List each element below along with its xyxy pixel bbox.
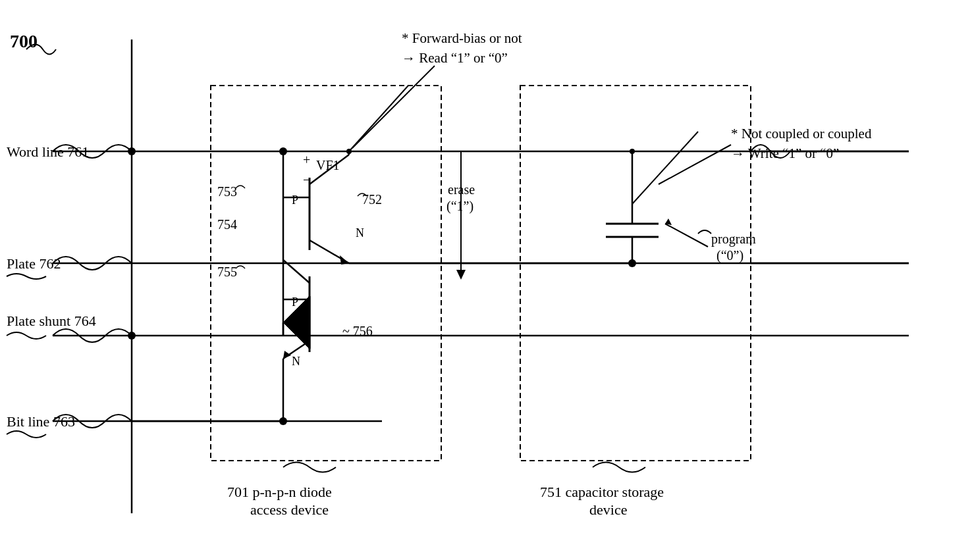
svg-text:program: program — [711, 232, 756, 247]
svg-text:N: N — [356, 226, 364, 240]
svg-text:P: P — [292, 193, 298, 207]
svg-text:* Not coupled or coupled: * Not coupled or coupled — [731, 126, 872, 141]
svg-text:700: 700 — [10, 31, 38, 51]
svg-text:(“1”): (“1”) — [446, 199, 473, 214]
svg-point-9 — [279, 147, 287, 155]
svg-text:(“0”): (“0”) — [716, 248, 743, 263]
svg-text:* Forward-bias or not: * Forward-bias or not — [402, 30, 522, 46]
svg-text:751  capacitor storage: 751 capacitor storage — [540, 484, 664, 500]
svg-text:754: 754 — [217, 217, 237, 232]
svg-text:Plate shunt 764: Plate shunt 764 — [7, 313, 96, 329]
svg-text:−: − — [303, 172, 310, 187]
svg-marker-24 — [283, 351, 291, 359]
svg-text:755: 755 — [217, 265, 237, 279]
svg-text:~ 756: ~ 756 — [342, 324, 373, 338]
svg-text:P: P — [292, 295, 298, 309]
svg-text:Word line 761: Word line 761 — [7, 143, 89, 160]
svg-text:→ Write “1” or “0”: → Write “1” or “0” — [731, 145, 839, 161]
svg-rect-5 — [211, 86, 441, 461]
svg-line-66 — [352, 66, 435, 148]
svg-text:erase: erase — [448, 182, 475, 197]
svg-text:701  p-n-p-n diode: 701 p-n-p-n diode — [227, 484, 332, 500]
svg-line-62 — [665, 224, 708, 247]
svg-text:VF1: VF1 — [316, 158, 340, 172]
svg-marker-15 — [340, 255, 349, 265]
svg-rect-6 — [520, 86, 751, 461]
svg-text:access device: access device — [250, 501, 329, 518]
svg-text:Plate 762: Plate 762 — [7, 255, 61, 272]
svg-text:→ Read “1” or “0”: → Read “1” or “0” — [402, 50, 508, 66]
svg-line-39 — [349, 86, 408, 151]
svg-text:753: 753 — [217, 184, 237, 199]
svg-text:N: N — [292, 355, 300, 368]
svg-text:Bit line 763: Bit line 763 — [7, 413, 75, 430]
svg-marker-38 — [456, 270, 466, 280]
svg-point-36 — [630, 149, 635, 154]
diagram-container: 700 Word line 761 Plate 762 Plate shunt … — [0, 0, 972, 560]
svg-text:+: + — [303, 153, 310, 167]
svg-text:device: device — [589, 501, 627, 518]
